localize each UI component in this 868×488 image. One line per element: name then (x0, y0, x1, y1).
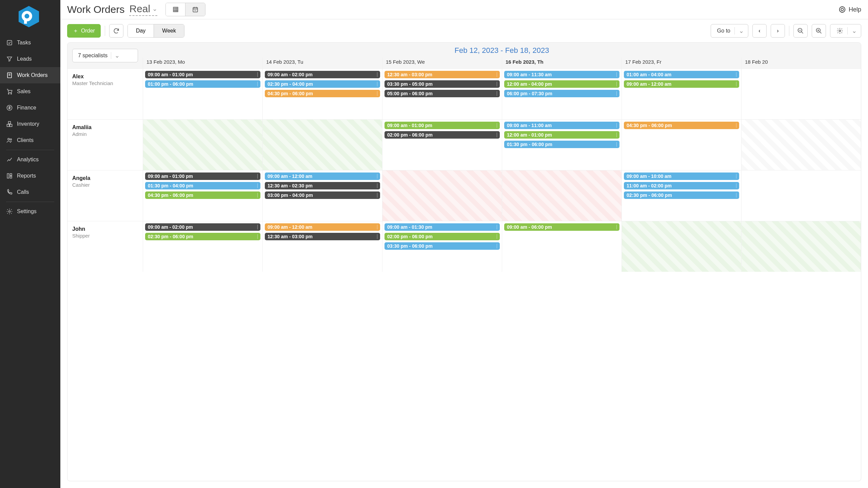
prev-button[interactable]: ‹ (752, 24, 767, 38)
grid-view-button[interactable] (166, 3, 185, 16)
event[interactable]: 11:00 am - 02:00 pm (624, 182, 739, 189)
specialist-row: Angela Cashier09:00 am - 01:00 pm01:30 p… (67, 170, 861, 221)
event[interactable]: 01:30 pm - 04:00 pm (145, 182, 260, 189)
event[interactable]: 09:00 am - 01:00 pm (145, 172, 260, 180)
day-cell[interactable]: 09:00 am - 01:00 pm01:00 pm - 06:00 pm (143, 69, 262, 119)
day-button[interactable]: Day (128, 24, 154, 37)
event-divider (616, 82, 617, 86)
zoom-in-button[interactable] (812, 24, 826, 38)
event[interactable]: 12:00 am - 04:00 pm (504, 80, 619, 88)
settings-dropdown[interactable]: ⌄ (830, 24, 861, 38)
day-cell[interactable]: 01:00 am - 04:00 am09:00 am - 12:00 am (622, 69, 741, 119)
day-cell[interactable]: 04:30 pm - 06:00 pm (622, 120, 741, 170)
event[interactable]: 01:30 pm - 06:00 pm (504, 141, 619, 148)
event[interactable]: 12:30 am - 02:30 pm (265, 182, 380, 189)
event[interactable]: 05:00 pm - 06:00 pm (384, 90, 500, 97)
help-button[interactable]: Help (839, 6, 861, 13)
nav-leads[interactable]: Leads (0, 51, 60, 67)
specialist-filter[interactable]: 7 specialists ⌄ (72, 49, 138, 62)
event[interactable]: 04:30 pm - 06:00 pm (624, 122, 739, 129)
nav-reports[interactable]: Reports (0, 168, 60, 184)
day-cell[interactable] (741, 120, 861, 170)
day-cell[interactable] (741, 69, 861, 119)
nav-label: Sales (17, 88, 31, 95)
event[interactable]: 09:00 am - 01:00 pm (384, 122, 500, 129)
nav-inventory[interactable]: Inventory (0, 116, 60, 132)
day-cell[interactable]: 09:00 am - 12:00 am12:30 am - 03:00 pm (262, 221, 382, 272)
event[interactable]: 02:30 pm - 04:00 pm (265, 80, 380, 88)
event[interactable]: 09:00 am - 12:00 am (624, 80, 739, 88)
event[interactable]: 09:00 am - 12:00 am (265, 172, 380, 180)
nav-clients[interactable]: Clients (0, 132, 60, 148)
nav-settings[interactable]: Settings (0, 203, 60, 220)
day-cell[interactable]: 09:00 am - 02:00 pm02:30 pm - 04:00 pm04… (262, 69, 382, 119)
day-cell[interactable]: 09:00 am - 01:00 pm01:30 pm - 04:00 pm04… (143, 170, 262, 221)
event[interactable]: 03:30 pm - 05:00 pm (384, 80, 500, 88)
event[interactable]: 09:00 am - 02:00 pm (265, 71, 380, 78)
event-time: 12:00 am - 04:00 pm (507, 81, 552, 87)
day-cell[interactable] (741, 221, 861, 272)
event[interactable]: 02:30 pm - 06:00 pm (145, 233, 260, 240)
event[interactable]: 09:00 am - 01:00 pm (145, 71, 260, 78)
page-subtitle-dropdown[interactable]: Real ⌄ (129, 3, 157, 16)
week-button[interactable]: Week (154, 24, 184, 37)
new-order-button[interactable]: ＋ Order (67, 24, 101, 38)
day-cell[interactable]: 09:00 am - 10:00 am11:00 am - 02:00 pm02… (622, 170, 741, 221)
day-cell[interactable] (502, 170, 622, 221)
day-cell[interactable] (741, 170, 861, 221)
calendar-view-button[interactable]: 31 (185, 3, 205, 16)
nav-finance[interactable]: Finance (0, 100, 60, 116)
event[interactable]: 04:30 pm - 06:00 pm (265, 90, 380, 97)
nav-work-orders[interactable]: Work Orders (0, 67, 60, 83)
svg-line-33 (802, 32, 803, 34)
event[interactable]: 01:00 am - 04:00 am (624, 71, 739, 78)
event[interactable]: 09:00 am - 11:30 am (504, 71, 619, 78)
nav-tasks[interactable]: Tasks (0, 35, 60, 51)
event[interactable]: 03:30 pm - 06:00 pm (384, 242, 500, 250)
goto-button[interactable]: Go to ⌄ (711, 24, 748, 38)
nav-analytics[interactable]: Analytics (0, 151, 60, 168)
day-cell[interactable]: 09:00 am - 06:00 pm (502, 221, 622, 272)
event[interactable]: 06:00 pm - 07:30 pm (504, 90, 619, 97)
day-cell[interactable]: 09:00 am - 01:30 pm02:00 pm - 06:00 pm03… (382, 221, 502, 272)
nav-calls[interactable]: Calls (0, 184, 60, 200)
event[interactable]: 12:30 am - 03:00 pm (384, 71, 500, 78)
day-cell[interactable]: 09:00 am - 11:30 am12:00 am - 04:00 pm06… (502, 69, 622, 119)
day-cell[interactable]: 09:00 am - 02:00 pm02:30 pm - 06:00 pm (143, 221, 262, 272)
event[interactable]: 02:00 pm - 06:00 pm (384, 233, 500, 240)
event[interactable]: 02:00 pm - 06:00 pm (384, 131, 500, 139)
event[interactable]: 01:00 pm - 06:00 pm (145, 80, 260, 88)
event[interactable]: 09:00 am - 10:00 am (624, 172, 739, 180)
day-cell[interactable]: 12:30 am - 03:00 pm03:30 pm - 05:00 pm05… (382, 69, 502, 119)
specialist-header: 7 specialists ⌄ (67, 43, 143, 68)
event-divider (497, 82, 497, 86)
chevron-left-icon: ‹ (758, 28, 760, 34)
event[interactable]: 09:00 am - 02:00 pm (145, 223, 260, 231)
day-cell[interactable]: 09:00 am - 01:00 pm02:00 pm - 06:00 pm (382, 120, 502, 170)
event[interactable]: 09:00 am - 01:30 pm (384, 223, 500, 231)
event-time: 09:00 am - 02:00 pm (268, 72, 313, 77)
day-cell[interactable] (143, 120, 262, 170)
main: Work Orders Real ⌄ 31 Help ＋ Order (60, 0, 868, 488)
day-cell[interactable]: 09:00 am - 11:00 am12:00 am - 01:00 pm01… (502, 120, 622, 170)
next-button[interactable]: › (771, 24, 785, 38)
event-divider (377, 82, 377, 86)
event[interactable]: 09:00 am - 12:00 am (265, 223, 380, 231)
nav-label: Leads (17, 56, 32, 62)
refresh-button[interactable] (109, 24, 123, 38)
event[interactable]: 12:30 am - 03:00 pm (265, 233, 380, 240)
event[interactable]: 04:30 pm - 06:00 pm (145, 191, 260, 199)
day-cell[interactable]: 09:00 am - 12:00 am12:30 am - 02:30 pm03… (262, 170, 382, 221)
event-time: 12:30 am - 03:00 pm (387, 72, 432, 77)
event[interactable]: 12:00 am - 01:00 pm (504, 131, 619, 139)
event[interactable]: 09:00 am - 11:00 am (504, 122, 619, 129)
zoom-out-button[interactable] (793, 24, 808, 38)
event[interactable]: 02:30 pm - 06:00 pm (624, 191, 739, 199)
event[interactable]: 09:00 am - 06:00 pm (504, 223, 619, 231)
day-cell[interactable] (382, 170, 502, 221)
event[interactable]: 03:00 pm - 04:00 pm (265, 191, 380, 199)
day-cell[interactable] (262, 120, 382, 170)
nav-sales[interactable]: Sales (0, 83, 60, 100)
day-cell[interactable] (622, 221, 741, 272)
event-time: 09:00 am - 01:00 pm (148, 72, 193, 77)
